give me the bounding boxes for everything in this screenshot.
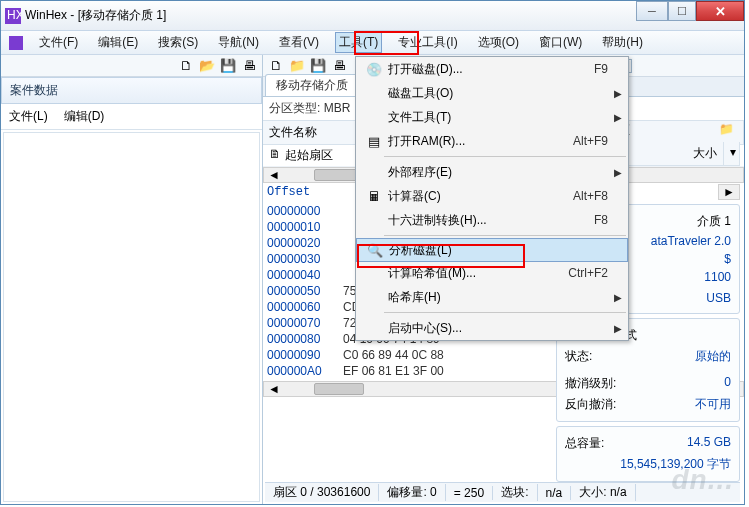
left-file-menu[interactable]: 文件(L): [9, 108, 48, 125]
app-menu-icon[interactable]: [9, 36, 23, 50]
maximize-button[interactable]: ☐: [668, 1, 696, 21]
menu-item[interactable]: 十六进制转换(H)...F8: [356, 208, 628, 232]
status-sector: 扇区 0 / 30361600: [265, 484, 379, 501]
watermark: dn...: [671, 464, 734, 496]
open-icon[interactable]: 📂: [198, 57, 216, 75]
menu-item[interactable]: 🔍分析磁盘(L): [356, 238, 628, 262]
menubar: 文件(F) 编辑(E) 搜索(S) 导航(N) 查看(V) 工具(T) 专业工具…: [1, 31, 744, 55]
menu-item[interactable]: ▤打开RAM(R)...Alt+F9: [356, 129, 628, 153]
minimize-button[interactable]: ─: [636, 1, 668, 21]
menu-item[interactable]: 哈希库(H)▶: [356, 285, 628, 309]
svg-text:HX: HX: [7, 8, 21, 22]
tools-dropdown: 💿打开磁盘(D)...F9磁盘工具(O)▶文件工具(T)▶▤打开RAM(R)..…: [355, 56, 629, 341]
window-title: WinHex - [移动存储介质 1]: [25, 7, 740, 24]
case-data-pane: 🗋 📂 💾 🖶 案件数据 文件(L) 编辑(D): [1, 55, 263, 504]
menu-item[interactable]: 计算哈希值(M)...Ctrl+F2: [356, 261, 628, 285]
print-icon[interactable]: 🖶: [240, 57, 258, 75]
menu-view[interactable]: 查看(V): [275, 32, 323, 53]
media-model: ataTraveler 2.0: [651, 234, 731, 248]
media-dollar: $: [724, 252, 731, 266]
case-data-header: 案件数据: [1, 77, 262, 104]
file-icon: 🗎: [269, 147, 281, 164]
menu-file[interactable]: 文件(F): [35, 32, 82, 53]
menu-item[interactable]: 🖩计算器(C)Alt+F8: [356, 184, 628, 208]
menu-item[interactable]: 磁盘工具(O)▶: [356, 81, 628, 105]
menu-item[interactable]: 外部程序(E)▶: [356, 160, 628, 184]
media-title: 介质 1: [697, 213, 731, 230]
menu-spec[interactable]: 专业工具(I): [394, 32, 461, 53]
svg-rect-2: [9, 36, 23, 50]
menu-item[interactable]: 启动中心(S)...▶: [356, 316, 628, 340]
tb-open-icon[interactable]: 📁: [288, 57, 306, 75]
menu-tools[interactable]: 工具(T): [335, 32, 382, 53]
partition-type: 分区类型: MBR: [269, 100, 350, 117]
menu-item[interactable]: 💿打开磁盘(D)...F9: [356, 57, 628, 81]
menu-window[interactable]: 窗口(W): [535, 32, 586, 53]
tb-new-icon[interactable]: 🗋: [267, 57, 285, 75]
tb-print-icon[interactable]: 🖶: [330, 57, 348, 75]
menu-nav[interactable]: 导航(N): [214, 32, 263, 53]
file-name: 起始扇区: [285, 147, 333, 164]
disk-icon[interactable]: 💾: [219, 57, 237, 75]
new-icon[interactable]: 🗋: [177, 57, 195, 75]
case-tree[interactable]: [3, 132, 260, 502]
menu-help[interactable]: 帮助(H): [598, 32, 647, 53]
menu-search[interactable]: 搜索(S): [154, 32, 202, 53]
menu-options[interactable]: 选项(O): [474, 32, 523, 53]
titlebar: HX WinHex - [移动存储介质 1] ─ ☐ ✕: [1, 1, 744, 31]
menu-edit[interactable]: 编辑(E): [94, 32, 142, 53]
statusbar: 扇区 0 / 30361600 偏移量: 0 = 250 选块: n/a 大小:…: [265, 482, 740, 502]
folder-icon[interactable]: 📁: [719, 122, 734, 139]
left-edit-menu[interactable]: 编辑(D): [64, 108, 105, 125]
app-icon: HX: [5, 8, 21, 24]
tab-media[interactable]: 移动存储介质: [265, 74, 359, 96]
tb-save-icon[interactable]: 💾: [309, 57, 327, 75]
close-button[interactable]: ✕: [696, 1, 744, 21]
menu-item[interactable]: 文件工具(T)▶: [356, 105, 628, 129]
